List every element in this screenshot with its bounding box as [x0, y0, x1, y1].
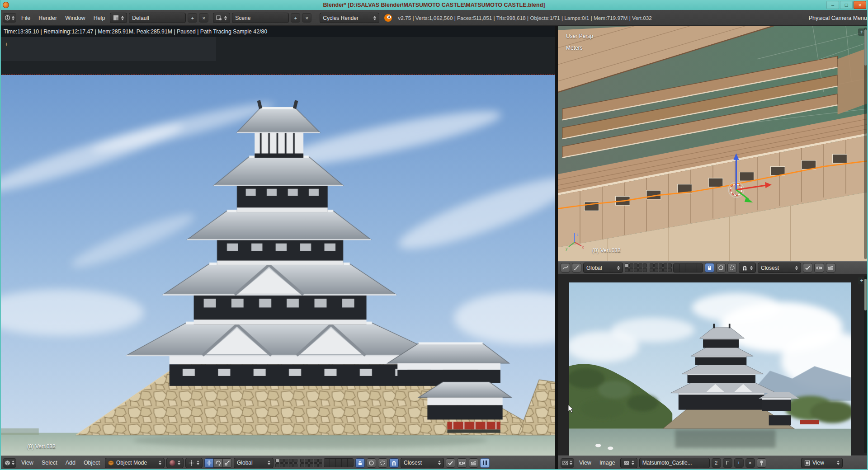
transform-orientation-select[interactable]: Global	[234, 458, 274, 468]
layer-cell[interactable]	[650, 263, 654, 268]
viewport-3d[interactable]: User Persp Meters (0) Vert.032 z x y +	[558, 26, 868, 261]
layer-cell[interactable]	[654, 263, 658, 268]
lock-to-scene-toggle[interactable]	[355, 458, 365, 468]
proportional-edit-toggle[interactable]	[716, 263, 726, 273]
snap-align-toggle[interactable]	[803, 263, 812, 273]
layer-cell[interactable]	[663, 268, 667, 272]
menu-object[interactable]: Object	[80, 460, 103, 466]
layer-cell[interactable]	[275, 459, 279, 463]
slot-cell[interactable]	[324, 458, 330, 467]
slot-cell[interactable]	[679, 263, 685, 273]
render-engine-select[interactable]: Cycles Render	[320, 13, 379, 23]
editor-type-button[interactable]	[3, 458, 16, 468]
maximize-button[interactable]: □	[840, 1, 853, 9]
image-users-button[interactable]: 2	[712, 458, 721, 468]
unlink-image-button[interactable]: ×	[745, 458, 755, 468]
slot-cell[interactable]	[697, 263, 703, 273]
menu-help[interactable]: Help	[90, 15, 108, 21]
opengl-render-still-button[interactable]	[457, 458, 467, 468]
lock-to-scene-toggle[interactable]	[705, 263, 714, 273]
screen-layout-add-button[interactable]: +	[188, 13, 197, 23]
scene-browse[interactable]	[213, 13, 230, 23]
layer-cell[interactable]	[305, 463, 309, 467]
snap-element-select[interactable]: Closest	[758, 263, 801, 273]
proportional-falloff-toggle[interactable]	[727, 263, 737, 273]
opengl-render-still-button[interactable]	[814, 263, 824, 273]
slot-cell[interactable]	[341, 458, 348, 467]
layer-cell[interactable]	[280, 463, 284, 467]
viewport-shading-select[interactable]	[166, 458, 184, 468]
menu-add[interactable]: Add	[62, 460, 79, 466]
menu-image[interactable]: Image	[596, 460, 618, 466]
layer-cell[interactable]	[654, 268, 658, 272]
screen-layout-browse[interactable]	[110, 13, 127, 23]
translate-manipulator-toggle[interactable]	[204, 458, 214, 468]
screen-layout-name[interactable]: Default	[129, 13, 186, 23]
layer-cell[interactable]	[629, 268, 633, 272]
render-result-view[interactable]: +	[0, 37, 555, 456]
slot-cell[interactable]	[335, 458, 342, 467]
menu-render[interactable]: Render	[35, 15, 60, 21]
layer-cell[interactable]	[293, 459, 297, 463]
image-browse[interactable]	[620, 458, 637, 468]
layer-cell[interactable]	[305, 459, 309, 463]
region-expand-icon[interactable]: +	[3, 41, 10, 48]
scene-delete-button[interactable]: ×	[302, 13, 311, 23]
slot-cell[interactable]	[330, 458, 336, 467]
layer-cell[interactable]	[668, 268, 672, 272]
layer-cell[interactable]	[314, 463, 318, 467]
layer-cell[interactable]	[284, 459, 288, 463]
layer-cell[interactable]	[643, 268, 647, 272]
slot-cell[interactable]	[691, 263, 697, 273]
editor-type-button[interactable]	[561, 458, 574, 468]
layer-cell[interactable]	[289, 459, 293, 463]
pivot-point-select[interactable]	[185, 458, 203, 468]
snap-toggle[interactable]	[389, 458, 399, 468]
minimize-button[interactable]: –	[826, 1, 839, 9]
snap-element-select[interactable]: Closest	[401, 458, 444, 468]
layer-cell[interactable]	[280, 459, 284, 463]
edge-slide-tool-button[interactable]	[561, 263, 570, 273]
snap-mode-select[interactable]	[739, 263, 756, 273]
physical-camera-menu-label[interactable]: Physical Camera Menu	[809, 15, 868, 21]
slot-cell[interactable]	[673, 263, 679, 273]
layer-cell[interactable]	[314, 459, 318, 463]
layer-cell[interactable]	[634, 263, 638, 268]
layer-cell[interactable]	[659, 268, 663, 272]
layer-cell[interactable]	[650, 268, 654, 272]
layer-cell[interactable]	[663, 263, 667, 268]
editor-type-button[interactable]	[3, 13, 16, 23]
layer-cell[interactable]	[625, 263, 629, 268]
proportional-falloff-toggle[interactable]	[378, 458, 387, 468]
layer-cell[interactable]	[293, 463, 297, 467]
close-button[interactable]: ×	[854, 1, 866, 9]
screen-layout-delete-button[interactable]: ×	[199, 13, 208, 23]
slot-cell[interactable]	[347, 458, 354, 467]
image-editor[interactable]: +	[558, 274, 868, 456]
layer-cell[interactable]	[668, 263, 672, 268]
layer-cell[interactable]	[634, 268, 638, 272]
layer-cell[interactable]	[300, 459, 304, 463]
menu-select[interactable]: Select	[38, 460, 61, 466]
titlebar[interactable]: Blender* [D:\SALVAS Blender\MATSUMOTO CA…	[0, 0, 868, 10]
menu-view[interactable]: View	[576, 460, 594, 466]
layer-cell[interactable]	[275, 463, 279, 467]
layer-cell[interactable]	[318, 463, 322, 467]
pause-render-button[interactable]	[480, 458, 490, 468]
layer-cell[interactable]	[318, 459, 322, 463]
transform-orientation-select[interactable]: Global	[583, 263, 623, 273]
layer-cell[interactable]	[638, 263, 642, 268]
layer-cell[interactable]	[643, 263, 647, 268]
layer-cell[interactable]	[625, 268, 629, 272]
viewport-scrollbar[interactable]	[864, 28, 867, 259]
layer-cell[interactable]	[300, 463, 304, 467]
image-editor-scrollbar[interactable]	[864, 276, 867, 453]
opengl-render-anim-button[interactable]	[469, 458, 478, 468]
menu-view[interactable]: View	[18, 460, 37, 466]
proportional-curve-button[interactable]	[572, 263, 581, 273]
layer-cell[interactable]	[284, 463, 288, 467]
scale-manipulator-toggle[interactable]	[222, 458, 232, 468]
new-image-button[interactable]: +	[734, 458, 744, 468]
layer-cell[interactable]	[629, 263, 633, 268]
display-mode-select[interactable]: View	[801, 458, 843, 468]
